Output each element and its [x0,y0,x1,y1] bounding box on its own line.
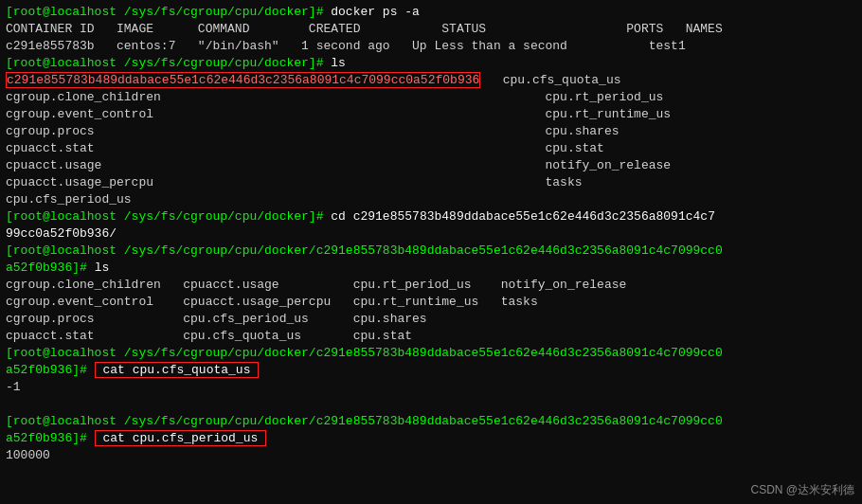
table-header: CONTAINER ID IMAGE COMMAND CREATED STATU… [6,21,856,38]
line-ls: [root@localhost /sys/fs/cgroup/cpu/docke… [6,55,856,72]
ls-row-5: cpuacct.usage notify_on_release [6,157,856,174]
ls2-prompt-line2: a52f0b936]# ls [6,260,856,277]
ls-row-3: cgroup.procs cpu.shares [6,123,856,140]
cmd-ls2: ls [95,261,110,275]
container-id-line: c291e855783b489ddabace55e1c62e446d3c2356… [6,72,856,89]
cmd-cd-2: 99cc0a52f0b936/ [6,226,117,241]
cat-period-prompt-1: [root@localhost /sys/fs/cgroup/cpu/docke… [6,413,856,430]
cat-quota-cmd: cat cpu.cfs_quota_us [95,362,260,378]
prompt-1: [root@localhost /sys/fs/cgroup/cpu/docke… [6,5,331,19]
ls2-row-3: cgroup.procs cpu.cfs_period_us cpu.share… [6,311,856,328]
cat-period-cmd: cat cpu.cfs_period_us [95,430,266,446]
prompt-cat-quota-cont: a52f0b936]# [6,363,95,377]
watermark: CSDN @达米安利德 [750,482,854,498]
line-1: [root@localhost /sys/fs/cgroup/cpu/docke… [6,4,856,21]
cmd-1: docker ps -a [331,5,420,19]
ls2-row-2: cgroup.event_control cpuacct.usage_percp… [6,294,856,311]
blank-line [6,396,856,413]
cat-quota-prompt-2: a52f0b936]# cat cpu.cfs_quota_us [6,362,856,379]
quota-output: -1 [6,379,856,396]
prompt-ls: [root@localhost /sys/fs/cgroup/cpu/docke… [6,56,331,70]
cat-period-prompt-2: a52f0b936]# cat cpu.cfs_period_us [6,430,856,447]
prompt-ls2-cont: a52f0b936]# [6,261,95,275]
ls-row-2: cgroup.event_control cpu.rt_runtime_us [6,106,856,123]
container-id-highlight: c291e855783b489ddabace55e1c62e446d3c2356… [6,72,480,88]
ls-row-7: cpu.cfs_period_us [6,191,856,208]
ls2-row-4: cpuacct.stat cpu.cfs_quota_us cpu.stat [6,328,856,345]
cd-cmd-line1: [root@localhost /sys/fs/cgroup/cpu/docke… [6,208,856,225]
container-row: c291e855783b centos:7 "/bin/bash" 1 seco… [6,38,856,55]
prompt-cat-quota: [root@localhost /sys/fs/cgroup/cpu/docke… [6,346,723,360]
ls2-row-1: cgroup.clone_children cpuacct.usage cpu.… [6,277,856,294]
prompt-cd: [root@localhost /sys/fs/cgroup/cpu/docke… [6,209,331,224]
ls-row-6: cpuacct.usage_percpu tasks [6,174,856,191]
cd-cmd-line2: 99cc0a52f0b936/ [6,225,856,243]
ls-row-4: cpuacct.stat cpu.stat [6,140,856,157]
prompt-ls2: [root@localhost /sys/fs/cgroup/cpu/docke… [6,243,723,258]
cat-quota-prompt-1: [root@localhost /sys/fs/cgroup/cpu/docke… [6,345,856,362]
period-output: 100000 [6,447,856,464]
cmd-ls: ls [331,56,346,70]
ls2-prompt-line1: [root@localhost /sys/fs/cgroup/cpu/docke… [6,243,856,260]
terminal-window: [root@localhost /sys/fs/cgroup/cpu/docke… [0,0,862,504]
prompt-cat-period: [root@localhost /sys/fs/cgroup/cpu/docke… [6,414,723,428]
prompt-cat-period-cont: a52f0b936]# [6,431,95,445]
cmd-cd: cd c291e855783b489ddabace55e1c62e446d3c2… [331,209,715,224]
ls-row-1: cgroup.clone_children cpu.rt_period_us [6,89,856,106]
